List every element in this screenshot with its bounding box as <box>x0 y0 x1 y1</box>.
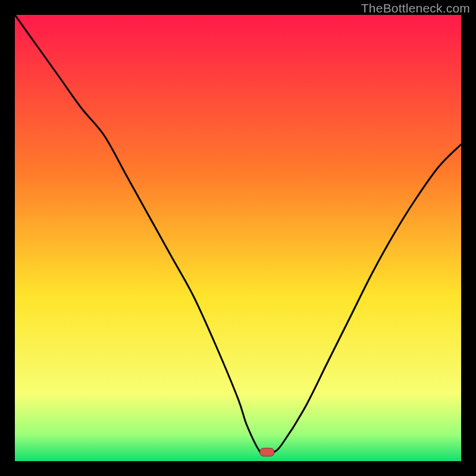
optimum-marker <box>260 448 274 456</box>
plot-area <box>15 15 461 461</box>
chart-svg <box>15 15 461 461</box>
watermark-text: TheBottleneck.com <box>361 1 470 15</box>
chart-frame: TheBottleneck.com <box>0 0 476 476</box>
gradient-bg <box>15 15 461 461</box>
